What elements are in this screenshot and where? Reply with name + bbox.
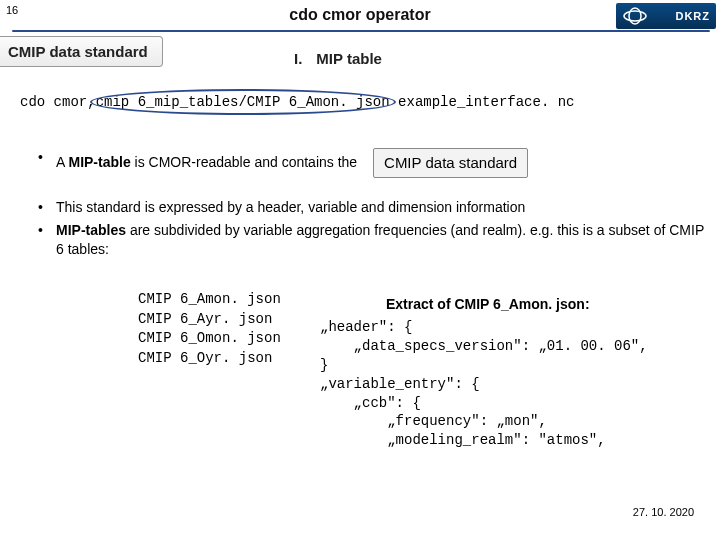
- b3-rest: are subdivided by variable aggregation f…: [56, 222, 704, 257]
- header-divider: [12, 30, 710, 32]
- slide-title: cdo cmor operator: [0, 6, 720, 24]
- bullet-1: A MIP-table is CMOR-readable and contain…: [38, 148, 710, 178]
- cmd-pre: cdo cmor,: [20, 94, 96, 110]
- b3-strong: MIP-tables: [56, 222, 126, 238]
- b1-pre: A: [56, 154, 68, 170]
- cmd-circled: cmip 6_mip_tables/CMIP 6_Amon. json: [96, 94, 390, 110]
- section-label: MIP table: [316, 50, 382, 67]
- svg-point-0: [624, 11, 646, 21]
- cmd-post: example_interface. nc: [390, 94, 575, 110]
- file-item: CMIP 6_Omon. json: [138, 329, 281, 349]
- b1-strong: MIP-table: [68, 154, 130, 170]
- dkrz-logo: DKRZ: [616, 3, 716, 29]
- section-roman: I.: [294, 50, 302, 67]
- bullet-2: This standard is expressed by a header, …: [38, 198, 710, 217]
- dkrz-logo-mark: [622, 7, 648, 25]
- dkrz-logo-text: DKRZ: [675, 10, 710, 22]
- file-item: CMIP 6_Ayr. json: [138, 310, 281, 330]
- file-item: CMIP 6_Amon. json: [138, 290, 281, 310]
- bullet-list: A MIP-table is CMOR-readable and contain…: [38, 148, 710, 279]
- section-heading: I.MIP table: [294, 50, 382, 67]
- cmd-circled-text: cmip 6_mip_tables/CMIP 6_Amon. json: [96, 94, 390, 110]
- bullet-3: MIP-tables are subdivided by variable ag…: [38, 221, 710, 259]
- extract-heading: Extract of CMIP 6_Amon. json:: [386, 296, 590, 312]
- footer-date: 27. 10. 2020: [633, 506, 694, 518]
- subtitle-tab: CMIP data standard: [0, 36, 163, 67]
- command-line: cdo cmor,cmip 6_mip_tables/CMIP 6_Amon. …: [20, 94, 714, 110]
- json-extract: „header": { „data_specs_version": „01. 0…: [320, 318, 648, 450]
- file-item: CMIP 6_Oyr. json: [138, 349, 281, 369]
- b1-rest: is CMOR-readable and contains the: [131, 154, 357, 170]
- mip-file-list: CMIP 6_Amon. json CMIP 6_Ayr. json CMIP …: [138, 290, 281, 368]
- cmip-standard-badge: CMIP data standard: [373, 148, 528, 178]
